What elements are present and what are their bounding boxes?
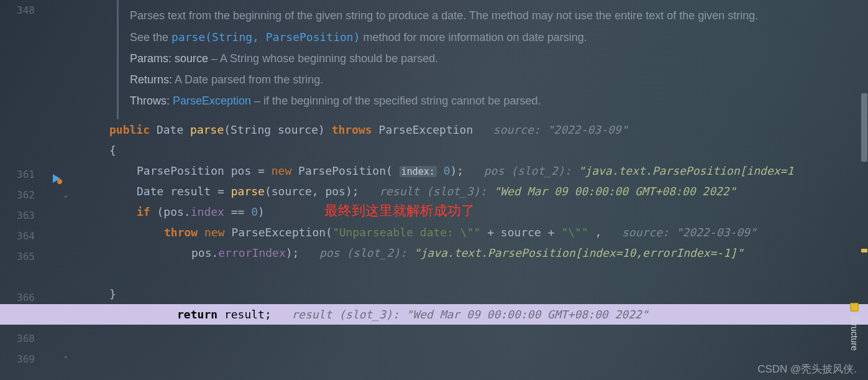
line-number: 369 <box>17 353 35 365</box>
fold-chevron-icon[interactable]: ⌃ <box>63 355 68 363</box>
line-number: 362 <box>17 189 35 201</box>
line-number: 348 <box>17 4 35 16</box>
line-number: 365 <box>17 251 35 262</box>
inlay-hint: result (slot_3): "Wed Mar 09 00:00:00 GM… <box>272 308 649 321</box>
structure-tool-tab[interactable]: Structure <box>849 303 859 351</box>
inlay-hint: source: "2022-03-09" <box>601 226 756 239</box>
fold-chevron-icon[interactable]: ⌄ <box>63 190 68 199</box>
scrollbar-thumb[interactable] <box>861 93 867 162</box>
structure-icon <box>850 303 859 312</box>
code-line[interactable]: ParsePosition pos = new ParsePosition( i… <box>77 160 868 181</box>
javadoc-link[interactable]: parse(String, ParsePosition) <box>171 30 360 44</box>
javadoc-popup: Parses text from the beginning of the gi… <box>117 0 868 119</box>
javadoc-link[interactable]: ParseException <box>173 95 251 107</box>
run-gutter-icon[interactable] <box>51 173 62 187</box>
inlay-hint: source: "2022-03-09" <box>473 123 628 136</box>
gutter-marker[interactable] <box>861 249 867 253</box>
line-number: 363 <box>17 210 35 221</box>
code-line[interactable]: { <box>77 140 868 160</box>
watermark-text: CSDN @秃头披风侠. <box>757 362 857 376</box>
code-line[interactable]: throw new ParseException("Unparseable da… <box>77 222 868 243</box>
inlay-hint: pos (slot_2): "java.text.ParsePosition[i… <box>299 246 743 259</box>
javadoc-description: Parses text from the beginning of the gi… <box>130 7 857 25</box>
line-number: 364 <box>17 230 35 242</box>
code-line[interactable]: Date result = parse(source, pos); result… <box>77 181 868 202</box>
code-line[interactable]: pos.errorIndex); pos (slot_2): "java.tex… <box>77 243 868 263</box>
code-line[interactable]: public Date parse(String source) throws … <box>77 119 868 140</box>
svg-point-0 <box>57 179 62 184</box>
line-number: 361 <box>17 169 35 180</box>
inlay-hint: pos (slot_2): "java.text.ParsePosition[i… <box>464 164 793 177</box>
code-area[interactable]: Parses text from the beginning of the gi… <box>77 0 868 380</box>
inlay-hint: result (slot_3): "Wed Mar 09 00:00:00 GM… <box>359 185 736 198</box>
annotation-text: 最终到这里就解析成功了 <box>324 200 475 221</box>
code-line-current[interactable]: return result; result (slot_3): "Wed Mar… <box>77 263 868 284</box>
parameter-hint: index: <box>400 166 437 177</box>
line-number: 368 <box>17 333 35 345</box>
line-number: 366 <box>17 292 35 304</box>
structure-label: Structure <box>849 315 859 351</box>
code-line[interactable]: if (pos.index == 0)最终到这里就解析成功了 <box>77 202 868 222</box>
code-editor[interactable]: 348 361 362 363 364 365 366 367 368 369 … <box>0 0 868 380</box>
code-line[interactable]: } <box>77 284 868 304</box>
